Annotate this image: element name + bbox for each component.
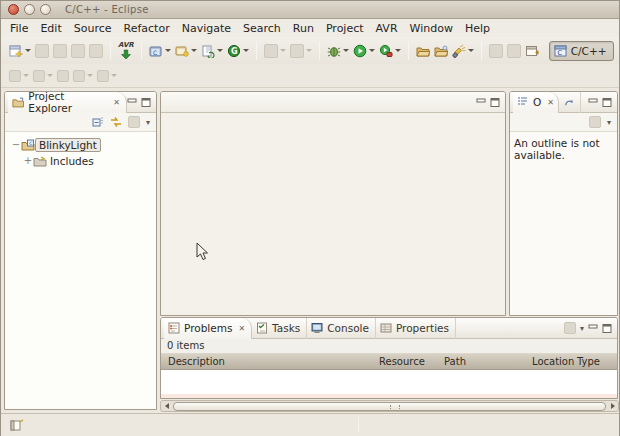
toolbar-separator bbox=[319, 42, 320, 60]
titlebar[interactable]: C/C++ - Eclipse bbox=[1, 1, 619, 19]
tab-problems[interactable]: Problems ✕ bbox=[164, 318, 252, 339]
outline-close-icon[interactable]: ✕ bbox=[547, 98, 554, 107]
build-config-button[interactable] bbox=[199, 40, 225, 62]
tree-label-blinkylight[interactable]: BlinkyLight bbox=[35, 138, 101, 152]
debug-bug-icon bbox=[327, 44, 341, 58]
external-tools-dropdown-caret[interactable] bbox=[395, 49, 401, 52]
collapse-all-icon[interactable] bbox=[92, 116, 104, 128]
menu-source[interactable]: Source bbox=[68, 20, 118, 37]
outline-tab[interactable]: O ✕ bbox=[513, 92, 559, 113]
tab-console[interactable]: Console bbox=[307, 318, 376, 339]
tree-label-includes[interactable]: Includes bbox=[47, 155, 97, 167]
next-annotation-button bbox=[7, 65, 31, 87]
make-targets-tab[interactable] bbox=[559, 92, 581, 113]
search-dropdown-caret[interactable] bbox=[468, 49, 474, 52]
window-close-button[interactable] bbox=[8, 4, 19, 15]
maximize-icon[interactable] bbox=[141, 98, 151, 107]
svg-text:C: C bbox=[153, 48, 157, 55]
column-type[interactable]: Type bbox=[577, 356, 600, 367]
svg-text:G: G bbox=[231, 47, 238, 56]
perspective-c-cpp-button[interactable]: C C/C++ bbox=[549, 41, 614, 61]
project-explorer-tab[interactable]: Project Explorer ✕ bbox=[8, 92, 127, 113]
new-c-project-dropdown-caret[interactable] bbox=[165, 49, 171, 52]
menu-navigate[interactable]: Navigate bbox=[176, 20, 237, 37]
new-file-button[interactable] bbox=[173, 40, 199, 62]
toolbar-separator bbox=[256, 42, 257, 60]
new-c-project-button[interactable]: C bbox=[147, 40, 173, 62]
problems-table-body[interactable] bbox=[161, 394, 617, 398]
scroll-left-arrow[interactable] bbox=[161, 401, 172, 411]
search-button[interactable] bbox=[450, 40, 476, 62]
new-file-dropdown-caret[interactable] bbox=[191, 49, 197, 52]
minimize-icon[interactable] bbox=[127, 98, 137, 107]
maximize-icon[interactable] bbox=[602, 98, 612, 107]
fast-view-icon[interactable] bbox=[10, 419, 24, 432]
run-button[interactable] bbox=[351, 40, 377, 62]
menu-refactor[interactable]: Refactor bbox=[118, 20, 176, 37]
minimize-icon[interactable] bbox=[476, 98, 486, 107]
avr-upload-button[interactable]: AVR bbox=[116, 39, 136, 63]
bottom-horizontal-scrollbar[interactable] bbox=[160, 400, 619, 412]
menu-run[interactable]: Run bbox=[287, 20, 320, 37]
new-wizard-button[interactable] bbox=[7, 40, 33, 62]
scrollbar-thumb[interactable] bbox=[173, 402, 606, 411]
make-targets-icon bbox=[564, 97, 575, 108]
problems-close-icon[interactable]: ✕ bbox=[238, 324, 245, 333]
scroll-right-arrow[interactable] bbox=[607, 401, 618, 411]
window-maximize-button[interactable] bbox=[40, 4, 51, 15]
menu-project[interactable]: Project bbox=[320, 20, 370, 37]
perspective-c-cpp-label: C/C++ bbox=[571, 45, 607, 57]
window-minimize-button[interactable] bbox=[24, 4, 35, 15]
menu-help[interactable]: Help bbox=[459, 20, 496, 37]
new-wizard-dropdown-caret[interactable] bbox=[25, 49, 31, 52]
debug-dropdown-caret[interactable] bbox=[343, 49, 349, 52]
project-explorer-view: Project Explorer ✕ ▾ − bbox=[4, 91, 157, 410]
external-tools-button[interactable] bbox=[377, 40, 403, 62]
tab-properties[interactable]: Properties bbox=[376, 318, 456, 339]
editor-empty-area[interactable] bbox=[161, 113, 505, 315]
tree-row-includes[interactable]: + Includes bbox=[11, 153, 156, 169]
coverage-icon bbox=[290, 44, 304, 58]
column-location[interactable]: Location bbox=[532, 356, 574, 367]
save-all-icon bbox=[71, 44, 85, 58]
menu-file[interactable]: File bbox=[4, 20, 34, 37]
column-resource[interactable]: Resource bbox=[379, 356, 425, 367]
open-resource-button[interactable] bbox=[432, 40, 450, 62]
expand-expander-icon[interactable]: + bbox=[23, 156, 33, 166]
g-run-button[interactable]: G bbox=[225, 40, 251, 62]
menu-window[interactable]: Window bbox=[404, 20, 459, 37]
view-menu-icon[interactable]: ▾ bbox=[146, 118, 150, 127]
minimize-icon[interactable] bbox=[588, 98, 598, 107]
project-explorer-minmax bbox=[127, 98, 153, 107]
view-menu-icon[interactable]: ▾ bbox=[607, 118, 611, 127]
open-perspective-button[interactable] bbox=[523, 40, 541, 62]
link-with-editor-icon[interactable] bbox=[110, 116, 122, 128]
project-explorer-close-icon[interactable]: ✕ bbox=[113, 98, 120, 107]
svg-text:C: C bbox=[557, 49, 562, 57]
g-run-dropdown-caret[interactable] bbox=[243, 49, 249, 52]
tree-row-blinkylight[interactable]: − C BlinkyLight bbox=[11, 137, 156, 153]
editor-area[interactable] bbox=[160, 91, 506, 316]
print-button bbox=[87, 40, 105, 62]
build-config-dropdown-caret[interactable] bbox=[217, 49, 223, 52]
debug-button[interactable] bbox=[325, 40, 351, 62]
minimize-icon[interactable] bbox=[588, 324, 598, 333]
tab-tasks[interactable]: Tasks bbox=[252, 318, 307, 339]
menu-search[interactable]: Search bbox=[237, 20, 287, 37]
collapse-expander-icon[interactable]: − bbox=[11, 140, 21, 150]
menu-avr[interactable]: AVR bbox=[370, 20, 404, 37]
column-path[interactable]: Path bbox=[444, 356, 466, 367]
open-element-button[interactable] bbox=[414, 40, 432, 62]
view-menu-icon[interactable]: ▾ bbox=[580, 324, 584, 333]
column-description[interactable]: Description bbox=[168, 356, 225, 367]
c-cpp-perspective-icon: C bbox=[554, 44, 568, 58]
project-tree: − C BlinkyLight + Includes bbox=[5, 133, 156, 169]
maximize-icon[interactable] bbox=[490, 98, 500, 107]
toolbar-separator bbox=[481, 42, 482, 60]
run-dropdown-caret[interactable] bbox=[369, 49, 375, 52]
menu-edit[interactable]: Edit bbox=[34, 20, 67, 37]
maximize-icon[interactable] bbox=[602, 324, 612, 333]
coverage-button bbox=[288, 40, 314, 62]
project-explorer-content[interactable]: − C BlinkyLight + Includes bbox=[5, 133, 156, 409]
outline-tab-label: O bbox=[533, 96, 541, 108]
